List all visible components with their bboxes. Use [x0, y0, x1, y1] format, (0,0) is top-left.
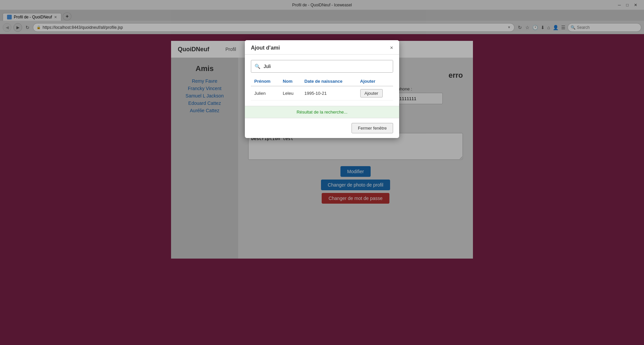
result-nom: Leleu: [279, 86, 301, 100]
modal-search-input[interactable]: [264, 60, 393, 72]
result-status-bar: Résultat de la recherche...: [245, 106, 399, 118]
modal-footer: Fermer fenêtre: [245, 118, 399, 138]
modal-search-icon: 🔍: [251, 64, 264, 69]
modal-ajout-ami: Ajout d'ami × 🔍 Prénom Nom Date de naiss…: [245, 40, 399, 138]
result-prenom: Julien: [251, 86, 279, 100]
modal-title: Ajout d'ami: [251, 45, 280, 51]
result-dob: 1995-10-21: [301, 86, 357, 100]
result-add-cell: Ajouter: [357, 86, 393, 100]
modal-body: 🔍 Prénom Nom Date de naissance Ajouter J…: [245, 55, 399, 106]
modal-header: Ajout d'ami ×: [245, 40, 399, 55]
col-prenom: Prénom: [251, 77, 279, 86]
result-status-text: Résultat de la recherche...: [297, 110, 347, 115]
modal-overlay: Ajout d'ami × 🔍 Prénom Nom Date de naiss…: [0, 0, 644, 345]
col-ajouter: Ajouter: [357, 77, 393, 86]
results-table: Prénom Nom Date de naissance Ajouter Jul…: [251, 77, 393, 100]
table-header-row: Prénom Nom Date de naissance Ajouter: [251, 77, 393, 86]
fermer-fenetre-button[interactable]: Fermer fenêtre: [352, 123, 393, 133]
ajouter-row-button[interactable]: Ajouter: [360, 89, 383, 97]
modal-close-button[interactable]: ×: [390, 45, 393, 51]
col-dob: Date de naissance: [301, 77, 357, 86]
col-nom: Nom: [279, 77, 301, 86]
modal-search-row: 🔍: [251, 60, 393, 73]
table-row: Julien Leleu 1995-10-21 Ajouter: [251, 86, 393, 100]
